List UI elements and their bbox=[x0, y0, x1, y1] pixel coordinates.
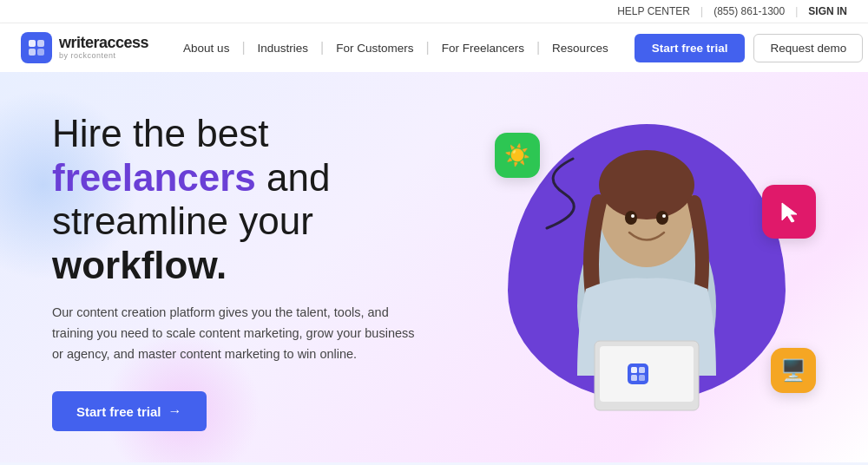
help-center-link[interactable]: HELP CENTER bbox=[617, 5, 690, 17]
arrow-icon: → bbox=[168, 403, 182, 419]
hero-section: Hire the best freelancers andstreamline … bbox=[0, 72, 868, 462]
nav-resources[interactable]: Resources bbox=[543, 36, 617, 60]
divider2: | bbox=[795, 5, 798, 17]
svg-rect-3 bbox=[37, 49, 44, 56]
svg-rect-1 bbox=[37, 40, 44, 47]
logo[interactable]: writeraccess by rockcontent bbox=[21, 32, 148, 63]
divider1: | bbox=[700, 5, 703, 17]
nav-divider3: | bbox=[426, 40, 430, 56]
logo-text: writeraccess by rockcontent bbox=[59, 35, 148, 61]
logo-icon bbox=[21, 32, 52, 63]
nav-divider4: | bbox=[536, 40, 540, 56]
hero-content: Hire the best freelancers andstreamline … bbox=[52, 112, 469, 431]
request-demo-button[interactable]: Request demo bbox=[753, 34, 863, 62]
nav-about[interactable]: About us bbox=[174, 36, 238, 60]
navbar: writeraccess by rockcontent About us | I… bbox=[0, 23, 868, 72]
nav-links: About us | Industries | For Customers | … bbox=[174, 36, 617, 60]
cta-label: Start free trial bbox=[76, 404, 161, 419]
headline-highlight: freelancers bbox=[52, 156, 256, 199]
monitor-float-icon: 🖥️ bbox=[771, 348, 816, 393]
sign-in-link[interactable]: SIGN IN bbox=[808, 5, 847, 17]
nav-industries[interactable]: Industries bbox=[249, 36, 318, 60]
top-bar: HELP CENTER | (855) 861-1300 | SIGN IN bbox=[0, 0, 868, 23]
hero-subtitle: Our content creation platform gives you … bbox=[52, 303, 417, 365]
hero-headline: Hire the best freelancers andstreamline … bbox=[52, 112, 469, 287]
nav-divider1: | bbox=[241, 40, 245, 56]
nav-customers[interactable]: For Customers bbox=[327, 36, 422, 60]
svg-rect-10 bbox=[631, 367, 637, 373]
nav-freelancers[interactable]: For Freelancers bbox=[433, 36, 533, 60]
headline-bold: workflow. bbox=[52, 244, 227, 286]
svg-point-14 bbox=[625, 211, 637, 225]
svg-point-17 bbox=[662, 214, 666, 218]
svg-rect-12 bbox=[631, 375, 637, 381]
hero-image-area: ☀️ 🖥️ bbox=[469, 98, 825, 445]
svg-rect-2 bbox=[29, 49, 36, 56]
start-trial-nav-button[interactable]: Start free trial bbox=[635, 34, 746, 62]
svg-rect-13 bbox=[639, 375, 645, 381]
svg-rect-0 bbox=[29, 40, 36, 47]
nav-divider2: | bbox=[320, 40, 324, 56]
svg-point-15 bbox=[656, 211, 668, 225]
svg-rect-9 bbox=[628, 363, 648, 384]
cursor-float-icon bbox=[762, 185, 816, 239]
sun-float-icon: ☀️ bbox=[495, 133, 540, 178]
headline-part1: Hire the best bbox=[52, 112, 268, 154]
svg-point-16 bbox=[631, 214, 635, 218]
nav-actions: Start free trial Request demo 🌐 EN bbox=[635, 34, 868, 62]
svg-point-6 bbox=[599, 150, 694, 219]
start-trial-hero-button[interactable]: Start free trial → bbox=[52, 391, 207, 431]
phone-number[interactable]: (855) 861-1300 bbox=[713, 5, 785, 17]
svg-rect-11 bbox=[639, 367, 645, 373]
